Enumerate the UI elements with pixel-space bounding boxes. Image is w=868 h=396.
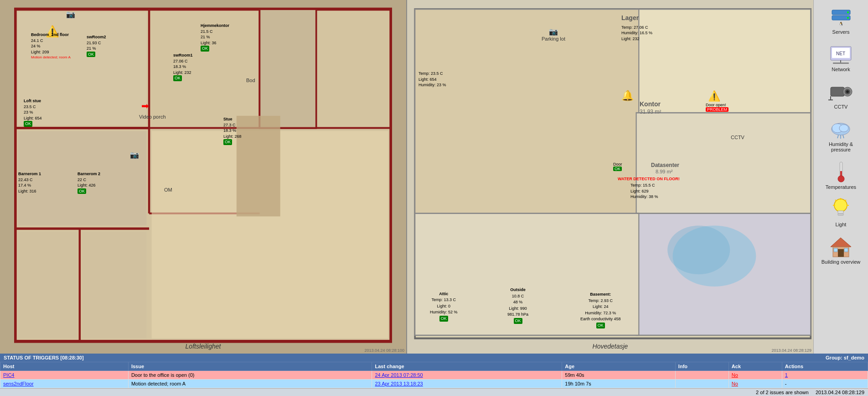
col-ack: Ack	[728, 362, 782, 371]
timestamp-left: 2013.04.24 08:28:100	[364, 348, 404, 353]
svg-line-45	[843, 135, 844, 138]
om-label: OM	[164, 187, 172, 193]
svg-line-43	[837, 135, 838, 138]
svg-point-42	[839, 125, 848, 132]
right-floor-label: Hovedetasje	[407, 343, 813, 350]
sensor-swroom1: swRoom1 27.06 C 18.3 % Light: 232 OK	[173, 52, 193, 81]
svg-rect-61	[844, 248, 848, 252]
table-header-row: Host Issue Last change Age Info Ack Acti…	[0, 362, 868, 371]
water-alert: WATER DETECTED ON FLOOR!	[618, 176, 680, 181]
left-floor-label: Loftsleilighet	[0, 343, 406, 350]
timestamp-right: 2013.04.24 08:28:129	[771, 348, 811, 353]
sensor-barnerom2: Barnerom 2 22 C Light: 426 OK	[78, 171, 100, 194]
building-overview-label: Building overview	[822, 259, 861, 265]
sensor-basement: Basement: Temp: 2.93 C Light: 24 Humidit…	[580, 292, 621, 328]
cell-last-change[interactable]: 23 Apr 2013 13:18:23	[372, 380, 562, 388]
sensor-lager: Lager Temp: 27.06 C Humidity: 16.5 % Lig…	[621, 14, 652, 42]
cell-host[interactable]: PIC4	[0, 371, 129, 380]
cell-issue: Door to the office is open (0)	[128, 371, 372, 380]
motion-arrow: ➡	[141, 100, 149, 111]
svg-rect-51	[838, 214, 843, 215]
temperatures-label: Temperatures	[826, 184, 856, 190]
triggers-header: STATUS OF TRIGGERS [08:28:30] Group: sf_…	[0, 354, 868, 362]
main-container: ⚠️ Bedroom_2nd floor 24.1 C 24 % Light: …	[0, 0, 868, 396]
sidebar-item-servers[interactable]: 🐧 Servers	[816, 4, 866, 36]
sidebar-item-building[interactable]: Building overview	[816, 234, 866, 266]
parking-label: 📷 Parking lot	[542, 27, 565, 42]
table-row: PIC4 Door to the office is open (0) 24 A…	[0, 371, 868, 380]
warning-icon-door: ⚠️	[708, 90, 720, 102]
svg-rect-18	[415, 9, 639, 216]
kontor-area: 31.93 m²	[640, 109, 661, 115]
network-icon: NET	[827, 43, 855, 66]
sensor-stue: Stue 27.3 C 18.3 % Light: 268 OK	[223, 116, 242, 145]
bottom-section: STATUS OF TRIGGERS [08:28:30] Group: sf_…	[0, 354, 868, 396]
floorplan-left: ⚠️ Bedroom_2nd floor 24.1 C 24 % Light: …	[0, 0, 407, 354]
cell-ack[interactable]: No	[728, 371, 782, 380]
cctv-icon	[827, 80, 855, 103]
sidebar-item-temperatures[interactable]: Temperatures	[816, 159, 866, 192]
sensor-attic: Attic Temp: 13.3 C Light: 0 Humidity: 52…	[430, 291, 458, 322]
col-info: Info	[675, 362, 728, 371]
door-problem-label: Door open! PROBLEM	[706, 103, 728, 112]
sidebar-item-cctv[interactable]: CCTV	[816, 78, 866, 111]
sensor-hjemmekontor: Hjemmekontor 21.5 C 21 % Light: 36 OK	[201, 23, 229, 52]
cell-actions: -	[782, 380, 868, 388]
server-icon: 🐧	[827, 5, 855, 28]
sensor-outside: Outside 10.8 C 48 % Light: 990 981.78 hP…	[507, 287, 528, 324]
datasenter-area: 8.99 m²	[656, 169, 672, 174]
col-actions: Actions	[782, 362, 868, 371]
servers-label: Servers	[832, 29, 850, 35]
right-sidebar: 🐧 Servers NET Network	[813, 0, 868, 354]
bulb-icon	[827, 198, 855, 221]
cloud-icon	[827, 118, 855, 141]
sidebar-item-network[interactable]: NET Network	[816, 41, 866, 74]
cell-info	[675, 380, 728, 388]
svg-line-56	[845, 200, 846, 201]
cctv-label-right: CCTV	[731, 135, 744, 140]
sensor-swroom2: swRoom2 21.93 C 21 % OK	[87, 34, 106, 57]
alarm-icon-kontor: 🔔	[621, 90, 634, 102]
table-row: sens2ndFloor Motion detected; room A 23 …	[0, 380, 868, 388]
triggers-title: STATUS OF TRIGGERS [08:28:30]	[4, 355, 84, 360]
svg-rect-13	[82, 232, 146, 339]
svg-rect-34	[831, 87, 844, 96]
svg-text:NET: NET	[836, 51, 845, 56]
svg-point-48	[838, 176, 844, 182]
cctv-sidebar-label: CCTV	[834, 104, 848, 109]
svg-point-37	[846, 90, 849, 93]
col-age: Age	[562, 362, 676, 371]
floorplan-right: Lager Temp: 27.06 C Humidity: 16.5 % Lig…	[407, 0, 813, 354]
triggers-table: Host Issue Last change Age Info Ack Acti…	[0, 362, 868, 388]
sensor-loft-stue: Loft stue 23.5 C 23 % Light: 654 OK	[24, 98, 42, 127]
svg-rect-59	[838, 249, 844, 257]
top-area: ⚠️ Bedroom_2nd floor 24.1 C 24 % Light: …	[0, 0, 868, 354]
bottom-timestamp: 2013.04.24 08:28:129	[816, 390, 864, 395]
sidebar-item-light[interactable]: Light	[816, 196, 866, 229]
humidity-label: Humidity & pressure	[829, 141, 853, 152]
col-host: Host	[0, 362, 129, 371]
door-ok-label: Door OK	[613, 162, 622, 171]
svg-rect-50	[838, 211, 843, 214]
datasenter-label: Datasenter	[651, 162, 679, 168]
cell-actions[interactable]: 1	[782, 371, 868, 380]
cell-info	[675, 371, 728, 380]
col-issue: Issue	[128, 362, 372, 371]
cell-age: 19h 10m 7s	[562, 380, 676, 388]
cell-age: 59m 40s	[562, 371, 676, 380]
camera-icon-1: 📷	[66, 10, 75, 19]
sensor-barnerom1: Barnerom 1 22.43 C 17.4 % Light: 316	[18, 171, 41, 194]
sidebar-item-humidity[interactable]: Humidity & pressure	[816, 116, 866, 154]
svg-rect-15	[237, 116, 280, 216]
house-icon	[827, 235, 855, 258]
sensor-bedroom: Bedroom_2nd floor 24.1 C 24 % Light: 209…	[31, 32, 71, 60]
cell-issue: Motion detected; room A	[128, 380, 372, 388]
cell-ack[interactable]: No	[728, 380, 782, 388]
light-label: Light	[836, 222, 847, 227]
cell-host[interactable]: sens2ndFloor	[0, 380, 129, 388]
sensor-datasenter: Temp: 15.5 C Light: 629 Humidity: 38 %	[630, 182, 658, 200]
cell-last-change[interactable]: 24 Apr 2013 07:28:50	[372, 371, 562, 380]
group-label: Group: sf_demo	[826, 355, 864, 360]
sensor-main-room: Temp: 23.5 C Light: 654 Humidity: 23 %	[418, 71, 446, 88]
svg-marker-57	[831, 238, 851, 247]
